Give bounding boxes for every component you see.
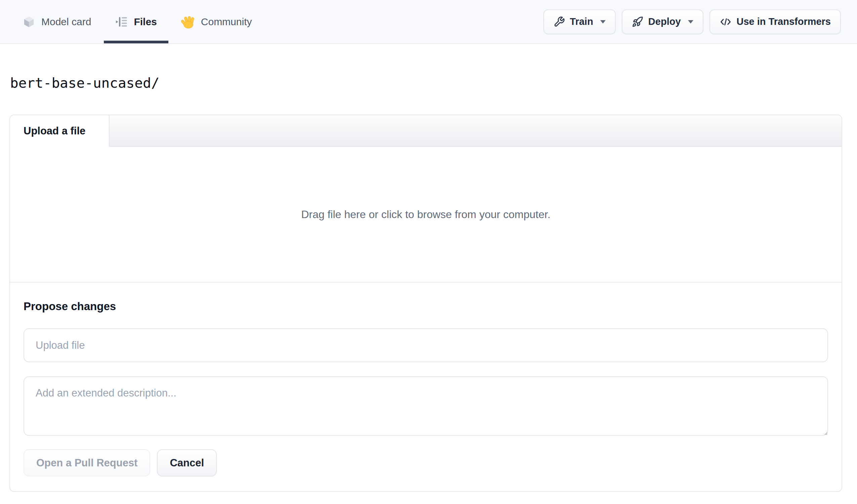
use-in-transformers-button[interactable]: Use in Transformers: [709, 10, 841, 34]
files-icon: [115, 15, 128, 28]
chevron-down-icon: [688, 20, 693, 23]
upload-panel: Upload a file Drag file here or click to…: [10, 115, 842, 492]
repo-nav: Model card Files: [0, 0, 857, 44]
tab-files-label: Files: [134, 16, 157, 28]
tab-community[interactable]: Community: [181, 0, 252, 43]
tab-community-label: Community: [201, 16, 252, 28]
deploy-button[interactable]: Deploy: [622, 10, 703, 34]
deploy-button-label: Deploy: [648, 16, 681, 27]
open-pull-request-button[interactable]: Open a Pull Request: [23, 449, 150, 476]
train-button-label: Train: [570, 16, 593, 27]
tab-model-card-label: Model card: [41, 16, 91, 28]
propose-actions-row: Open a Pull Request Cancel: [23, 449, 828, 476]
wrench-icon: [554, 16, 565, 28]
extended-description-textarea[interactable]: [23, 376, 828, 436]
train-button[interactable]: Train: [543, 10, 616, 34]
tab-model-card[interactable]: Model card: [22, 0, 91, 43]
code-icon: [720, 16, 732, 28]
chevron-down-icon: [600, 20, 606, 23]
repo-actions: Train Deploy: [543, 0, 841, 43]
dropzone-hint: Drag file here or click to browse from y…: [301, 208, 551, 221]
propose-changes-section: Propose changes Open a Pull Request Canc…: [10, 283, 842, 491]
breadcrumb[interactable]: bert-base-uncased/: [10, 75, 857, 91]
wave-icon: [181, 15, 195, 29]
use-in-transformers-label: Use in Transformers: [737, 16, 831, 27]
tab-files[interactable]: Files: [115, 0, 157, 43]
upload-file-input[interactable]: [23, 328, 828, 362]
cancel-button[interactable]: Cancel: [157, 449, 217, 476]
repo-nav-tabs: Model card Files: [22, 0, 252, 43]
propose-changes-heading: Propose changes: [23, 300, 828, 313]
tab-upload-a-file[interactable]: Upload a file: [10, 115, 110, 147]
rocket-icon: [632, 16, 643, 28]
upload-tab-strip: Upload a file: [10, 115, 842, 147]
cube-icon: [22, 15, 36, 29]
tab-upload-a-file-label: Upload a file: [23, 125, 85, 137]
file-dropzone[interactable]: Drag file here or click to browse from y…: [10, 147, 842, 283]
